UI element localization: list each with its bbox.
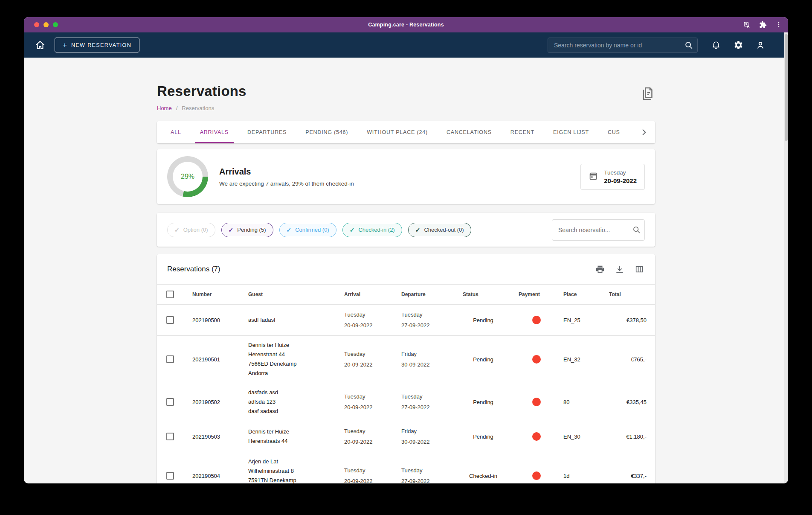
close-window-button[interactable] <box>34 22 39 27</box>
settings-gear-icon[interactable] <box>730 37 746 53</box>
browser-window: Camping.care - Reservations <box>24 17 788 483</box>
table-row[interactable]: 202190500 asdf fadasf Tuesday20-09-2022 … <box>157 304 655 335</box>
filter-chip-pending[interactable]: ✓ Pending (5) <box>221 223 273 237</box>
payment-unpaid-dot <box>532 471 541 480</box>
place-value: 80 <box>558 399 609 405</box>
place-value: EN_30 <box>558 434 609 440</box>
filter-chip-checked-in[interactable]: ✓ Checked-in (2) <box>342 223 402 237</box>
reservation-number: 202190501 <box>183 356 238 363</box>
breadcrumb-current: Reservations <box>182 105 214 111</box>
column-header-total[interactable]: Total <box>609 291 655 297</box>
copy-report-icon[interactable] <box>640 87 655 104</box>
check-icon: ✓ <box>229 227 234 233</box>
row-checkbox[interactable] <box>166 398 174 406</box>
tab-without-place[interactable]: WITHOUT PLACE (24) <box>357 121 437 143</box>
new-reservation-label: NEW RESERVATION <box>71 42 131 48</box>
row-checkbox[interactable] <box>166 433 174 440</box>
page-title: Reservations <box>157 83 246 99</box>
column-header-departure[interactable]: Departure <box>392 291 451 297</box>
column-header-guest[interactable]: Guest <box>238 291 332 297</box>
column-header-arrival[interactable]: Arrival <box>332 291 392 297</box>
column-header-place[interactable]: Place <box>558 291 609 297</box>
table-row[interactable]: 202190503 Dennis ter Huize Herenstraats … <box>157 421 655 452</box>
browser-menu-kebab-icon[interactable] <box>775 21 782 28</box>
row-checkbox[interactable] <box>166 472 174 480</box>
date-picker-value: 20-09-2022 <box>604 177 637 184</box>
global-search <box>548 38 698 53</box>
check-icon: ✓ <box>350 227 355 233</box>
status-value: Checked-in <box>451 473 515 479</box>
window-title: Camping.care - Reservations <box>24 22 788 28</box>
tab-recent[interactable]: RECENT <box>501 121 544 143</box>
tab-all[interactable]: ALL <box>161 121 191 143</box>
total-value: €378,50 <box>609 317 655 323</box>
guest-address: Herenstraats 44 <box>248 436 332 446</box>
calendar-icon <box>589 171 598 182</box>
date-picker[interactable]: Tuesday 20-09-2022 <box>580 164 645 190</box>
download-icon[interactable] <box>613 263 626 276</box>
table-header-row: Number Guest Arrival Departure Status Pa… <box>157 284 655 304</box>
column-header-status[interactable]: Status <box>451 291 515 297</box>
tab-pending[interactable]: PENDING (546) <box>296 121 357 143</box>
guest-name: dasfads asd <box>248 388 332 397</box>
search-icon[interactable] <box>684 41 693 52</box>
scrollbar-thumb[interactable] <box>785 34 788 141</box>
reservation-tabs: ALL ARRIVALS DEPARTURES PENDING (546) WI… <box>157 121 655 143</box>
extensions-puzzle-icon[interactable] <box>759 21 767 29</box>
summary-title: Arrivals <box>219 167 354 177</box>
global-search-input[interactable] <box>548 38 698 53</box>
table-row[interactable]: 202190501 Dennis ter Huize Herenstraat 4… <box>157 335 655 383</box>
maximize-window-button[interactable] <box>53 22 58 27</box>
window-controls[interactable] <box>34 22 58 27</box>
guest-name: Dennis ter Huize <box>248 340 332 350</box>
filter-chip-confirmed[interactable]: ✓ Confirmed (0) <box>279 223 336 237</box>
home-icon[interactable] <box>32 37 49 54</box>
guest-address: 7566ED Denekamp <box>248 359 332 369</box>
scrollbar[interactable] <box>784 32 788 483</box>
notifications-bell-icon[interactable] <box>708 37 724 53</box>
guest-address: 7591TN Denekamp <box>248 476 332 483</box>
check-icon: ✓ <box>287 227 292 233</box>
table-row[interactable]: 202190502 dasfads asd adfsda 123 dasf sa… <box>157 383 655 421</box>
row-checkbox[interactable] <box>166 316 174 324</box>
columns-view-icon[interactable] <box>633 263 646 276</box>
reservation-number: 202190502 <box>183 399 238 405</box>
filter-chip-checked-out[interactable]: ✓ Checked-out (0) <box>408 223 471 237</box>
tab-arrivals[interactable]: ARRIVALS <box>191 121 238 143</box>
reservations-search-input[interactable] <box>552 219 645 241</box>
guest-address: Wilhelminastraat 8 <box>248 466 332 476</box>
tab-cancelations[interactable]: CANCELATIONS <box>437 121 501 143</box>
app-navbar: + NEW RESERVATION <box>24 32 788 58</box>
translate-icon[interactable] <box>743 21 751 29</box>
tab-eigen-lijst[interactable]: EIGEN LIJST <box>544 121 598 143</box>
check-icon: ✓ <box>415 227 420 233</box>
tabs-scroll-right-chevron-icon[interactable] <box>637 121 651 143</box>
date-picker-day: Tuesday <box>604 169 637 176</box>
reservation-number: 202190503 <box>183 434 238 440</box>
arrivals-summary-card: 29% Arrivals We are expecting 7 arrivals… <box>157 149 655 204</box>
guest-address: Herenstraat 44 <box>248 350 332 359</box>
total-value: €337,- <box>609 473 655 479</box>
tab-departures[interactable]: DEPARTURES <box>238 121 296 143</box>
reservations-table-card: Reservations (7) <box>157 254 655 483</box>
print-icon[interactable] <box>594 263 606 276</box>
breadcrumb-home-link[interactable]: Home <box>157 105 172 111</box>
row-checkbox[interactable] <box>166 355 174 363</box>
search-icon[interactable] <box>632 225 641 236</box>
status-value: Pending <box>451 399 515 405</box>
table-title: Reservations (7) <box>167 265 220 274</box>
filter-chip-option[interactable]: ✓ Option (0) <box>167 223 215 237</box>
guest-address: dasf sadasd <box>248 407 332 416</box>
table-row[interactable]: 202190504 Arjen de Lat Wilhelminastraat … <box>157 452 655 483</box>
status-filters-card: ✓ Option (0) ✓ Pending (5) ✓ Confirmed (… <box>157 213 655 247</box>
column-header-number[interactable]: Number <box>183 291 238 297</box>
account-person-icon[interactable] <box>752 37 768 53</box>
tab-cus-truncated[interactable]: CUS <box>598 121 629 143</box>
reservations-search <box>552 219 645 241</box>
place-value: EN_32 <box>558 356 609 363</box>
new-reservation-button[interactable]: + NEW RESERVATION <box>55 38 139 52</box>
minimize-window-button[interactable] <box>44 22 49 27</box>
column-header-payment[interactable]: Payment <box>515 291 558 297</box>
select-all-checkbox[interactable] <box>166 291 174 298</box>
donut-percent-label: 29% <box>181 173 194 180</box>
